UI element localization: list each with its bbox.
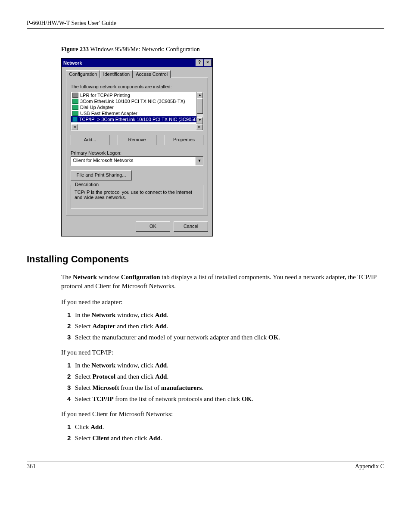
adapter-icon xyxy=(72,99,78,104)
list-item[interactable]: 3Com EtherLink 10/100 PCI TX NIC (3C905B… xyxy=(71,98,203,104)
step: 4Select TCP/IP from the list of network … xyxy=(67,395,384,403)
tab-configuration[interactable]: Configuration xyxy=(66,70,100,78)
header-rule xyxy=(27,28,384,29)
network-dialog: Network ? × Configuration Identification… xyxy=(61,58,213,236)
figure-number: Figure 233 xyxy=(61,46,89,53)
running-header: P-660H/HW/W-T Series User' Guide xyxy=(27,20,384,27)
properties-button[interactable]: Properties xyxy=(165,135,203,145)
add-button[interactable]: Add... xyxy=(71,135,109,145)
figure-title: WIndows 95/98/Me: Network: Configuration xyxy=(89,46,200,53)
section-heading: Installing Components xyxy=(27,254,384,265)
step: 1Click Add. xyxy=(67,423,384,431)
page-footer: 361 Appendix C xyxy=(27,461,384,470)
cancel-button[interactable]: Cancel xyxy=(174,221,208,232)
appendix-label: Appendix C xyxy=(355,463,384,470)
description-legend: Description xyxy=(74,182,100,187)
adapter-icon xyxy=(72,111,78,116)
tab-strip: Configuration Identification Access Cont… xyxy=(66,70,208,78)
list-item[interactable]: USB Fast Ethernet Adapter xyxy=(71,110,203,116)
figure-caption: Figure 233 WIndows 95/98/Me: Network: Co… xyxy=(61,46,384,53)
intro-paragraph: The Network window Configuration tab dis… xyxy=(61,273,384,291)
titlebar: Network ? × xyxy=(62,59,212,67)
list-item[interactable]: LPR for TCP/IP Printing xyxy=(71,92,203,98)
scroll-left-icon[interactable]: ◄ xyxy=(71,124,78,130)
chevron-down-icon[interactable]: ▼ xyxy=(196,157,203,165)
tcpip-lead: If you need TCP/IP: xyxy=(61,348,384,357)
step: 3Select Microsoft from the list of manuf… xyxy=(67,384,384,392)
step: 2Select Protocol and then click Add. xyxy=(67,373,384,380)
list-item[interactable]: Dial-Up Adapter xyxy=(71,104,203,110)
help-icon[interactable]: ? xyxy=(196,59,203,66)
protocol-icon xyxy=(72,117,78,122)
tab-access-control[interactable]: Access Control xyxy=(133,70,171,78)
scroll-down-icon[interactable]: ▼ xyxy=(197,117,203,124)
close-icon[interactable]: × xyxy=(204,59,212,66)
page-number: 361 xyxy=(27,463,36,470)
adapter-steps: 1In the Network window, click Add. 2Sele… xyxy=(67,311,384,341)
screenshot-dialog-wrap: Network ? × Configuration Identification… xyxy=(61,58,384,236)
step: 3Select the manufacturer and model of yo… xyxy=(67,333,384,341)
combo-value: Client for Microsoft Networks xyxy=(71,157,196,165)
description-text: TCP/IP is the protocol you use to connec… xyxy=(75,190,199,200)
horizontal-scrollbar[interactable]: ◄ ► xyxy=(71,124,203,130)
remove-button[interactable]: Remove xyxy=(118,135,156,145)
ok-button[interactable]: OK xyxy=(136,221,170,232)
components-label: The following network components are ins… xyxy=(71,84,203,89)
step: 1In the Network window, click Add. xyxy=(67,311,384,319)
description-group: Description TCP/IP is the protocol you u… xyxy=(71,185,203,209)
client-steps: 1Click Add. 2Select Client and then clic… xyxy=(67,423,384,442)
scroll-thumb[interactable] xyxy=(197,98,203,114)
client-lead: If you need Client for Microsoft Network… xyxy=(61,410,384,419)
tcpip-steps: 1In the Network window, click Add. 2Sele… xyxy=(67,361,384,403)
primary-logon-label: Primary Network Logon: xyxy=(71,150,203,156)
primary-logon-combo[interactable]: Client for Microsoft Networks ▼ xyxy=(71,156,203,166)
service-icon xyxy=(72,93,78,98)
components-listbox[interactable]: LPR for TCP/IP Printing 3Com EtherLink 1… xyxy=(71,92,203,131)
step: 2Select Adapter and then click Add. xyxy=(67,322,384,330)
scroll-right-icon[interactable]: ► xyxy=(196,124,203,130)
step: 1In the Network window, click Add. xyxy=(67,361,384,369)
titlebar-title: Network xyxy=(63,60,82,65)
tab-panel: The following network components are ins… xyxy=(66,78,208,215)
file-print-sharing-button[interactable]: File and Print Sharing... xyxy=(71,170,132,180)
list-item-selected[interactable]: TCP/IP -> 3Com EtherLink 10/100 PCI TX N… xyxy=(71,116,203,122)
tab-identification[interactable]: Identification xyxy=(100,70,133,78)
step: 2Select Client and then click Add. xyxy=(67,434,384,442)
adapter-icon xyxy=(72,105,78,110)
vertical-scrollbar[interactable]: ▲ ▼ xyxy=(196,92,203,124)
adapter-lead: If you need the adapter: xyxy=(61,298,384,307)
